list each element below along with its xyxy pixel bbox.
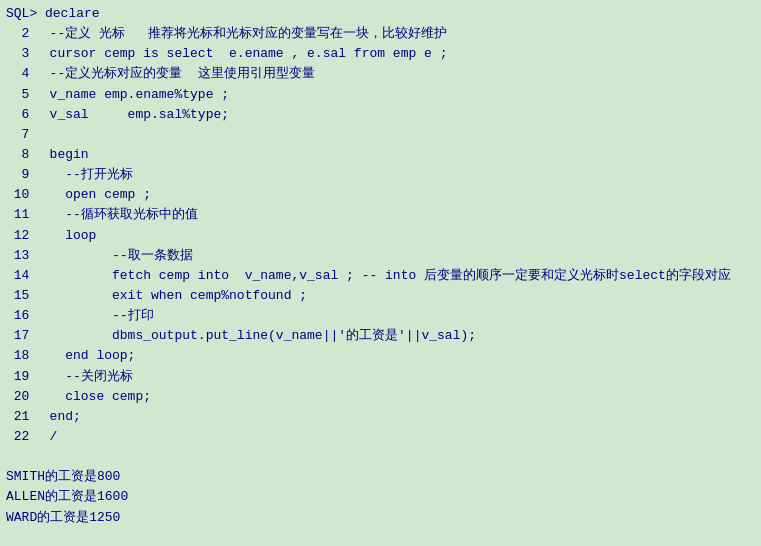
code-line-3: 3 cursor cemp is select e.ename , e.sal … (6, 44, 755, 64)
line-number: 11 (6, 205, 34, 225)
output-line-2: ALLEN的工资是1600 (6, 487, 755, 507)
line-number: 22 (6, 427, 34, 447)
output-line-3: WARD的工资是1250 (6, 508, 755, 528)
line-number: 17 (6, 326, 34, 346)
line-content: --打开光标 (34, 165, 133, 185)
line-content: v_sal emp.sal%type; (34, 105, 229, 125)
code-line-9: 9 --打开光标 (6, 165, 755, 185)
code-line-21: 21 end; (6, 407, 755, 427)
line-number: 6 (6, 105, 34, 125)
code-line-19: 19 --关闭光标 (6, 367, 755, 387)
code-line-16: 16 --打印 (6, 306, 755, 326)
line-number: 4 (6, 64, 34, 84)
line-number: 19 (6, 367, 34, 387)
line-number: 9 (6, 165, 34, 185)
code-line-15: 15 exit when cemp%notfound ; (6, 286, 755, 306)
code-line-12: 12 loop (6, 226, 755, 246)
code-line-14: 14 fetch cemp into v_name,v_sal ; -- int… (6, 266, 755, 286)
line-content: v_name emp.ename%type ; (34, 85, 229, 105)
code-line-11: 11 --循环获取光标中的值 (6, 205, 755, 225)
code-line-17: 17 dbms_output.put_line(v_name||'的工资是'||… (6, 326, 755, 346)
line-number: 18 (6, 346, 34, 366)
line-number: 12 (6, 226, 34, 246)
line-number: 20 (6, 387, 34, 407)
line-content: --循环获取光标中的值 (34, 205, 198, 225)
line-content: dbms_output.put_line(v_name||'的工资是'||v_s… (34, 326, 476, 346)
line-content: declare (37, 4, 99, 24)
line-content: --关闭光标 (34, 367, 133, 387)
line-number: 5 (6, 85, 34, 105)
line-content: end loop; (34, 346, 135, 366)
line-content: --定义光标对应的变量 这里使用引用型变量 (34, 64, 315, 84)
line-number: SQL> (6, 4, 37, 24)
output-line-0 (6, 447, 755, 467)
code-line-6: 6 v_sal emp.sal%type; (6, 105, 755, 125)
line-number: 2 (6, 24, 34, 44)
line-content: / (34, 427, 57, 447)
line-number: 3 (6, 44, 34, 64)
line-number: 13 (6, 246, 34, 266)
code-line-13: 13 --取一条数据 (6, 246, 755, 266)
code-line-8: 8 begin (6, 145, 755, 165)
line-number: 21 (6, 407, 34, 427)
line-number: 8 (6, 145, 34, 165)
line-content: --定义 光标 推荐将光标和光标对应的变量写在一块，比较好维护 (34, 24, 447, 44)
line-content: close cemp; (34, 387, 151, 407)
line-number: 15 (6, 286, 34, 306)
line-content: end; (34, 407, 81, 427)
code-line-7: 7 (6, 125, 755, 145)
line-content: open cemp ; (34, 185, 151, 205)
line-content: exit when cemp%notfound ; (34, 286, 307, 306)
line-number: 7 (6, 125, 34, 145)
line-content: begin (34, 145, 89, 165)
code-line-18: 18 end loop; (6, 346, 755, 366)
terminal: SQL> declare 2 --定义 光标 推荐将光标和光标对应的变量写在一块… (0, 0, 761, 546)
code-line-10: 10 open cemp ; (6, 185, 755, 205)
line-number: 16 (6, 306, 34, 326)
code-line-5: 5 v_name emp.ename%type ; (6, 85, 755, 105)
code-line-4: 4 --定义光标对应的变量 这里使用引用型变量 (6, 64, 755, 84)
line-number: 14 (6, 266, 34, 286)
code-line-22: 22 / (6, 427, 755, 447)
line-number: 10 (6, 185, 34, 205)
code-line-1: SQL> declare (6, 4, 755, 24)
line-content: --取一条数据 (34, 246, 193, 266)
output-line-1: SMITH的工资是800 (6, 467, 755, 487)
line-content: loop (34, 226, 96, 246)
code-line-20: 20 close cemp; (6, 387, 755, 407)
line-content: fetch cemp into v_name,v_sal ; -- into 后… (34, 266, 731, 286)
line-content: cursor cemp is select e.ename , e.sal fr… (34, 44, 447, 64)
line-content: --打印 (34, 306, 154, 326)
code-line-2: 2 --定义 光标 推荐将光标和光标对应的变量写在一块，比较好维护 (6, 24, 755, 44)
